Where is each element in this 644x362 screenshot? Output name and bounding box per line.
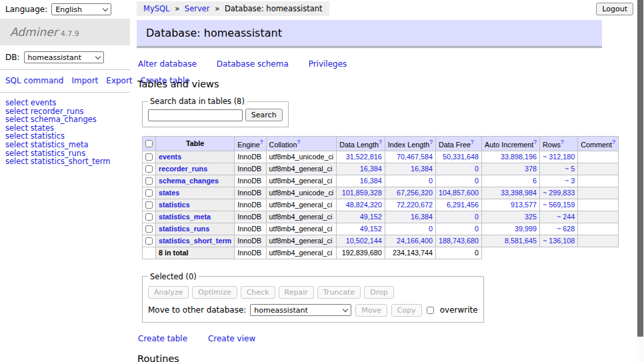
table-row: statistics InnoDB utf8mb4_general_ci 48,… xyxy=(143,199,619,211)
auto-increment-cell: 325 xyxy=(482,211,540,223)
index-length-cell: 0 xyxy=(385,223,435,235)
breadcrumb: MySQL » Server » Database: homeassistant xyxy=(137,1,329,16)
engine-cell: InnoDB xyxy=(235,235,266,247)
help-icon[interactable]: ? xyxy=(429,139,433,145)
search-button[interactable]: Search xyxy=(245,109,283,121)
data-free-cell: 0 xyxy=(435,211,481,223)
search-legend: Search data in tables (8) xyxy=(148,97,247,106)
alter-database-link[interactable]: Alter database xyxy=(138,59,197,69)
db-select-value: homeassistant xyxy=(28,53,82,62)
row-checkbox[interactable] xyxy=(145,213,153,221)
row-checkbox[interactable] xyxy=(145,237,153,245)
check-button[interactable]: Check xyxy=(241,286,275,299)
collation-cell: utf8mb4_general_ci xyxy=(266,175,337,187)
rows-cell: ~ 244 xyxy=(539,211,577,223)
subnav: Alter database Database schema Privilege… xyxy=(138,59,636,69)
row-checkbox[interactable] xyxy=(145,177,153,185)
index-length-cell: 72,220,672 xyxy=(385,199,435,211)
move-database-select[interactable]: homeassistant xyxy=(250,304,351,316)
sidebar-item-select-schema-changes[interactable]: select schema_changes xyxy=(5,115,125,124)
table-link[interactable]: states xyxy=(159,189,179,197)
engine-cell: InnoDB xyxy=(235,247,266,259)
privileges-link[interactable]: Privileges xyxy=(309,59,347,69)
help-icon[interactable]: ? xyxy=(533,139,537,145)
table-link[interactable]: statistics_runs xyxy=(159,225,209,233)
copy-button[interactable]: Copy xyxy=(391,304,422,317)
help-icon[interactable]: ? xyxy=(379,139,382,145)
collation-cell: utf8mb4_general_ci xyxy=(266,211,337,223)
db-label: DB: xyxy=(5,53,20,62)
move-button[interactable]: Move xyxy=(355,304,387,317)
database-schema-link[interactable]: Database schema xyxy=(217,59,289,69)
adminer-logo[interactable]: Adminer xyxy=(10,25,58,39)
breadcrumb-server-link[interactable]: Server xyxy=(185,4,210,13)
rows-cell: ~ 5 xyxy=(539,163,577,175)
table-link[interactable]: statistics_meta xyxy=(159,213,211,221)
table-link[interactable]: statistics xyxy=(159,201,190,209)
row-checkbox[interactable] xyxy=(145,189,153,197)
sidebar-item-select-statistics-short-term[interactable]: select statistics_short_term xyxy=(5,157,125,166)
data-free-cell: 6,291,456 xyxy=(435,199,481,211)
index-length-cell: 234,143,744 xyxy=(385,247,435,259)
language-select[interactable]: English xyxy=(51,3,111,15)
engine-cell: InnoDB xyxy=(235,211,266,223)
scrollbar-thumb[interactable] xyxy=(637,0,643,337)
repair-button[interactable]: Repair xyxy=(279,286,314,299)
table-row: recorder_runs InnoDB utf8mb4_general_ci … xyxy=(143,163,619,175)
logout-button[interactable]: Logout xyxy=(596,3,633,15)
help-icon[interactable]: ? xyxy=(297,139,301,145)
collation-cell: utf8mb4_general_ci xyxy=(266,199,337,211)
sidebar-item-import[interactable]: Import xyxy=(71,76,98,85)
data-free-cell: 0 xyxy=(435,163,481,175)
sidebar-item-select-events[interactable]: select events xyxy=(5,99,125,107)
drop-button[interactable]: Drop xyxy=(364,286,393,299)
move-database-select-value: homeassistant xyxy=(254,306,308,315)
collation-cell: utf8mb4_general_ci xyxy=(266,163,337,175)
create-table-link[interactable]: Create table xyxy=(138,334,187,343)
row-checkbox[interactable] xyxy=(145,225,153,233)
row-checkbox[interactable] xyxy=(145,201,153,209)
search-input[interactable] xyxy=(148,109,243,121)
column-header-rows: Rows? xyxy=(539,137,577,151)
sidebar-item-sql-command[interactable]: SQL command xyxy=(5,76,63,85)
create-view-link[interactable]: Create view xyxy=(208,334,255,343)
data-length-cell: 31,522,816 xyxy=(337,151,385,163)
header-checkbox-cell xyxy=(143,137,156,151)
chevron-down-icon xyxy=(103,5,108,11)
select-all-checkbox[interactable] xyxy=(145,140,153,147)
comment-cell xyxy=(578,175,619,187)
row-checkbox[interactable] xyxy=(145,153,153,161)
help-icon[interactable]: ? xyxy=(260,139,263,145)
optimize-button[interactable]: Optimize xyxy=(192,286,237,299)
rows-cell: ~ 3 xyxy=(539,175,577,187)
scrollbar-track[interactable] xyxy=(636,0,644,362)
sidebar-item-select-statistics-meta[interactable]: select statistics_meta xyxy=(5,141,125,149)
table-link[interactable]: events xyxy=(159,153,181,161)
column-header-table: Table xyxy=(156,137,235,151)
index-length-cell: 16,384 xyxy=(385,211,435,223)
table-link[interactable]: recorder_runs xyxy=(159,165,207,173)
collation-cell: utf8mb4_general_ci xyxy=(266,247,337,259)
analyze-button[interactable]: Analyze xyxy=(148,286,189,299)
truncate-button[interactable]: Truncate xyxy=(317,286,361,299)
sidebar-item-export[interactable]: Export xyxy=(106,76,132,85)
auto-increment-cell: 6 xyxy=(482,175,540,187)
auto-increment-cell: 8,581,645 xyxy=(482,235,540,247)
comment-cell xyxy=(578,235,619,247)
engine-cell: InnoDB xyxy=(235,223,266,235)
auto-increment-cell: 378 xyxy=(482,163,540,175)
help-icon[interactable]: ? xyxy=(612,139,615,145)
overwrite-checkbox[interactable] xyxy=(427,307,434,314)
breadcrumb-mysql-link[interactable]: MySQL xyxy=(143,4,170,13)
chevron-down-icon xyxy=(95,53,100,59)
comment-cell xyxy=(578,223,619,235)
collation-cell: utf8mb4_general_ci xyxy=(266,223,337,235)
row-checkbox[interactable] xyxy=(145,165,153,173)
help-icon[interactable]: ? xyxy=(471,139,474,145)
table-link[interactable]: schema_changes xyxy=(159,177,219,185)
db-select[interactable]: homeassistant xyxy=(24,51,104,63)
comment-cell xyxy=(578,187,619,199)
help-icon[interactable]: ? xyxy=(561,139,564,145)
sidebar-table-links: select events select recorder_runs selec… xyxy=(0,93,130,172)
table-link[interactable]: statistics_short_term xyxy=(159,237,231,245)
